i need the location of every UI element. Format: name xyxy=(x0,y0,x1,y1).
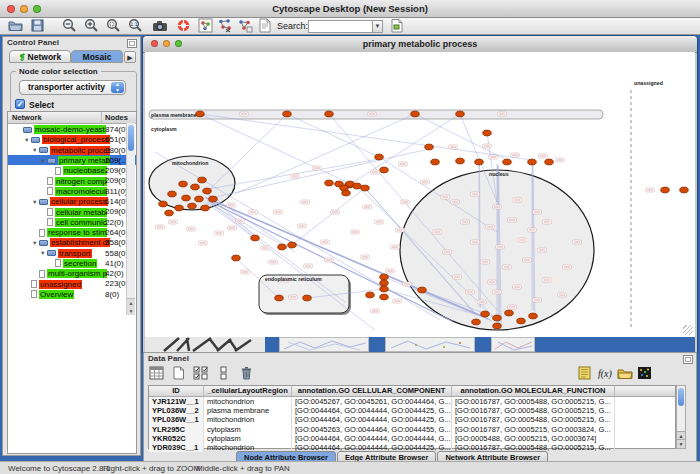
network-node[interactable] xyxy=(505,310,514,316)
expand-arrow-icon[interactable]: ▼ xyxy=(32,240,39,246)
tree-row[interactable]: ▼establishment of lo558(0) xyxy=(8,237,136,247)
expand-arrow-icon[interactable]: ▼ xyxy=(32,199,39,205)
node-color-dropdown[interactable]: transporter activity ▲▼ xyxy=(19,80,126,95)
network-node[interactable] xyxy=(196,111,205,117)
table-row[interactable]: YLR295Ccytoplasm[GO:0045263, GO:0044464,… xyxy=(149,425,675,434)
table-row[interactable]: YPL036W__1mitochondrion[GO:0044464, GO:0… xyxy=(149,415,675,424)
tree-row[interactable]: ▼biological_process651(0) xyxy=(8,134,136,144)
network-node[interactable] xyxy=(201,205,210,211)
network-node[interactable] xyxy=(288,242,297,248)
tab-mosaic[interactable]: Mosaic xyxy=(71,50,123,63)
network-node[interactable] xyxy=(366,292,375,298)
tree-scrollbar-buttons[interactable]: ▲▼ xyxy=(127,298,135,315)
float-panel-icon[interactable] xyxy=(683,355,693,364)
tree-row[interactable]: Overview8(0) xyxy=(8,289,136,299)
new-attribute-button[interactable] xyxy=(170,366,187,382)
float-panel-icon[interactable] xyxy=(127,39,137,48)
search-input[interactable] xyxy=(308,20,376,33)
column-header[interactable]: _cellularLayoutRegion xyxy=(204,386,292,396)
unselect-attributes-button[interactable] xyxy=(216,366,233,382)
layout-button-2[interactable] xyxy=(237,18,254,33)
network-node[interactable] xyxy=(483,130,492,136)
tree-row[interactable]: macromolecule311(0) xyxy=(8,186,136,196)
network-node[interactable] xyxy=(198,177,207,183)
tree-row[interactable]: cell communicat22(0) xyxy=(8,217,136,227)
tree-row[interactable]: ▼cellular process614(0) xyxy=(8,196,136,206)
network-node[interactable] xyxy=(168,191,177,197)
attribute-matrix-button[interactable] xyxy=(636,366,653,382)
tree-row[interactable]: ▼transport558(0) xyxy=(8,248,136,258)
network-node[interactable] xyxy=(680,187,689,193)
network-node[interactable] xyxy=(209,196,218,202)
network-node[interactable] xyxy=(278,244,287,250)
expand-arrow-icon[interactable]: ▼ xyxy=(32,147,39,153)
network-node[interactable] xyxy=(275,295,284,301)
plugin-manager-button[interactable] xyxy=(390,18,407,33)
tree-row[interactable]: cellular metabol209(0) xyxy=(8,206,136,216)
network-node[interactable] xyxy=(661,187,670,193)
tab-network[interactable]: ❡Network xyxy=(9,50,71,63)
tree-scrollbar[interactable]: ▲▼ xyxy=(126,123,135,315)
network-node[interactable] xyxy=(325,111,334,117)
network-node[interactable] xyxy=(380,294,389,300)
network-node[interactable] xyxy=(431,159,440,165)
network-node[interactable] xyxy=(232,255,241,261)
network-node[interactable] xyxy=(251,235,260,241)
tree-row[interactable]: multi-organism pro42(0) xyxy=(8,268,136,278)
tree-row[interactable]: secretion41(0) xyxy=(8,258,136,268)
table-scrollbar[interactable]: ▲ ▼ xyxy=(676,385,686,449)
search-dropdown-arrow[interactable]: ▼ xyxy=(372,20,383,33)
scroll-down-button[interactable]: ▼ xyxy=(677,439,685,448)
column-header[interactable]: annotation.GO CELLULAR_COMPONENT xyxy=(292,386,452,396)
network-node[interactable] xyxy=(425,144,434,150)
column-header[interactable]: annotation.GO MOLECULAR_FUNCTION xyxy=(452,386,615,396)
tree-row[interactable]: nucleobase-209(0) xyxy=(8,165,136,175)
network-node[interactable] xyxy=(380,286,389,292)
network-node[interactable] xyxy=(493,323,502,329)
expand-arrow-icon[interactable]: ▼ xyxy=(24,137,31,143)
zoom-out-button[interactable] xyxy=(62,18,79,33)
network-node[interactable] xyxy=(517,318,526,324)
network-node[interactable] xyxy=(472,319,481,325)
network-node[interactable] xyxy=(353,183,362,189)
zoom-in-button[interactable] xyxy=(84,18,101,33)
network-node[interactable] xyxy=(545,159,554,165)
zoom-fit-button[interactable]: 1:1 xyxy=(128,18,145,33)
vizmapper-button[interactable] xyxy=(198,18,215,33)
network-node[interactable] xyxy=(528,159,537,165)
attribute-notebook-button[interactable] xyxy=(576,366,593,382)
network-node[interactable] xyxy=(481,311,490,317)
import-attributes-button[interactable] xyxy=(616,366,633,382)
network-node[interactable] xyxy=(188,203,197,209)
tree-row[interactable]: nitrogen compo209(0) xyxy=(8,175,136,185)
network-node[interactable] xyxy=(411,111,420,117)
network-node[interactable] xyxy=(375,154,384,160)
attribute-table-button[interactable] xyxy=(148,366,165,382)
tree-row[interactable]: ▼primary metabol209(... xyxy=(8,155,136,165)
tree-row[interactable]: response to stimul264(0) xyxy=(8,227,136,237)
tree-row[interactable]: mosaic-demo-yeast874(0) xyxy=(8,124,136,134)
select-nodes-checkbox[interactable]: ✓ xyxy=(15,99,25,109)
network-node[interactable] xyxy=(195,196,204,202)
function-builder-button[interactable]: f(x) xyxy=(596,366,613,382)
network-node[interactable] xyxy=(361,185,370,191)
table-row[interactable]: YJR121W__1mitochondrion[GO:0045267, GO:0… xyxy=(149,397,675,406)
network-node[interactable] xyxy=(418,287,427,293)
network-node[interactable] xyxy=(175,205,184,211)
select-attributes-button[interactable] xyxy=(192,366,209,382)
expand-arrow-icon[interactable]: ▼ xyxy=(40,250,47,256)
network-node[interactable] xyxy=(303,295,312,301)
table-row[interactable]: YPL036W__2plasma membrane[GO:0044464, GO… xyxy=(149,406,675,415)
resize-grip[interactable] xyxy=(683,325,693,335)
tree-scrollbar-thumb[interactable] xyxy=(128,125,134,151)
save-session-button[interactable] xyxy=(30,18,47,33)
network-node[interactable] xyxy=(380,280,389,286)
network-node[interactable] xyxy=(456,158,465,164)
network-node[interactable] xyxy=(182,195,191,201)
network-node[interactable] xyxy=(325,180,334,186)
network-node[interactable] xyxy=(529,313,538,319)
network-node[interactable] xyxy=(475,159,484,165)
snapshot-button[interactable] xyxy=(152,18,169,33)
network-node[interactable] xyxy=(380,274,389,280)
network-node[interactable] xyxy=(159,201,168,207)
